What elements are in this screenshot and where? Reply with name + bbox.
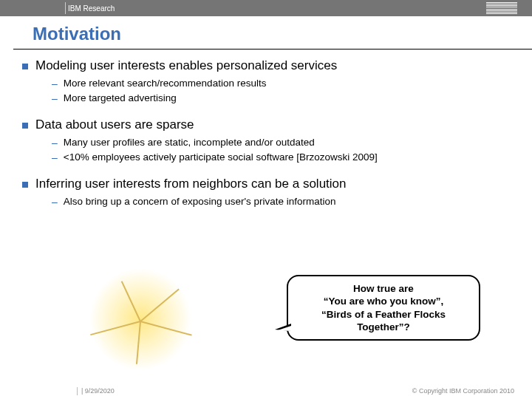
dash-bullet-icon: – bbox=[52, 196, 58, 208]
bullet-text: Inferring user interests from neighbors … bbox=[35, 177, 347, 191]
bullet-main: Modeling user interests enables personal… bbox=[22, 58, 510, 73]
header-divider bbox=[65, 2, 66, 14]
callout-bubble: How true are “You are who you know”, “Bi… bbox=[287, 275, 480, 341]
person-icon bbox=[129, 307, 154, 335]
person-icon bbox=[80, 321, 102, 346]
callout-line: How true are bbox=[353, 283, 414, 294]
bullet-sub: – <10% employees actively participate so… bbox=[52, 151, 510, 163]
ibm-logo-icon bbox=[486, 2, 517, 14]
slide-title: Motivation bbox=[33, 24, 532, 44]
footer-copyright: © Copyright IBM Corporation 2010 bbox=[412, 387, 514, 395]
square-bullet-icon bbox=[22, 182, 28, 188]
sub-text: Also bring up a concern of exposing user… bbox=[64, 196, 336, 207]
bullet-text: Modeling user interests enables personal… bbox=[35, 58, 337, 73]
bullet-sub: – Many user profiles are static, incompl… bbox=[52, 137, 510, 149]
bullet-sub: – More targeted advertising bbox=[52, 92, 510, 104]
bullet-sub: – Also bring up a concern of exposing us… bbox=[52, 196, 510, 208]
callout-line: “Birds of a Feather Flocks bbox=[321, 309, 446, 320]
slide-footer: | 9/29/2020 © Copyright IBM Corporation … bbox=[0, 387, 532, 395]
person-icon bbox=[111, 270, 133, 296]
square-bullet-icon bbox=[22, 64, 28, 69]
sub-text: More relevant search/recommendation resu… bbox=[64, 78, 267, 89]
sub-text: More targeted advertising bbox=[64, 92, 177, 103]
footer-date: | 9/29/2020 bbox=[81, 387, 115, 395]
square-bullet-icon bbox=[22, 123, 28, 129]
bullet-main: Inferring user interests from neighbors … bbox=[22, 177, 510, 191]
dash-bullet-icon: – bbox=[52, 92, 58, 104]
dash-bullet-icon: – bbox=[52, 78, 58, 89]
header-brand: IBM Research bbox=[68, 4, 115, 13]
dash-bullet-icon: – bbox=[52, 137, 58, 149]
person-icon bbox=[127, 349, 149, 374]
sub-text: Many user profiles are static, incomplet… bbox=[64, 137, 315, 148]
title-area: Motivation bbox=[0, 16, 532, 47]
content-area: Modeling user interests enables personal… bbox=[0, 50, 532, 208]
person-icon bbox=[168, 278, 191, 303]
bullet-text: Data about users are sparse bbox=[35, 117, 194, 132]
bullet-sub: – More relevant search/recommendation re… bbox=[52, 78, 510, 89]
slide-header: IBM Research bbox=[0, 0, 532, 16]
bullet-main: Data about users are sparse bbox=[22, 117, 510, 132]
sub-text: <10% employees actively participate soci… bbox=[64, 151, 378, 163]
callout-line: Together”? bbox=[357, 321, 410, 332]
network-figure bbox=[59, 275, 222, 364]
callout-tail-icon bbox=[275, 324, 291, 331]
callout-line: “You are who you know”, bbox=[324, 296, 444, 307]
person-icon bbox=[185, 318, 207, 343]
dash-bullet-icon: – bbox=[52, 151, 58, 163]
